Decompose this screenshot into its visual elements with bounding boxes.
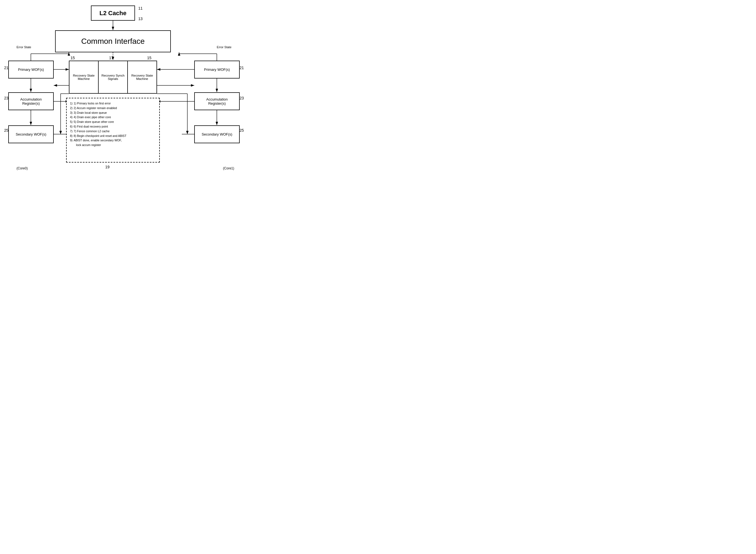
right-primary-wof-box: Primary WOF(s) <box>194 61 240 78</box>
label-25a: 25 <box>4 128 8 132</box>
common-interface-box: Common Interface <box>55 30 171 52</box>
recovery-synch-signals-label: Recovery Synch Signals <box>100 74 126 80</box>
recovery-synch-signals: Recovery Synch Signals <box>98 61 128 93</box>
left-error-state-label: Error State <box>16 46 31 49</box>
label-17: 17 <box>109 56 113 60</box>
notes-item-1: 1)1) Primary locks on first error <box>70 101 156 106</box>
notes-item-8: 8)8) Begin checkpoint unit reset and ABI… <box>70 133 156 138</box>
recovery-state-machine-left-label: Recovery State Machine <box>70 74 97 80</box>
notes-item-4: 4)4) Drain exec pipe other core <box>70 115 156 120</box>
right-accum-label: AccumulationRegister(s) <box>206 97 227 106</box>
diagram: L2 Cache 11 13 Common Interface Primary … <box>0 0 248 182</box>
right-secondary-wof-label: Secondary WOF(s) <box>202 132 232 136</box>
core0-label: (Core0) <box>16 166 28 170</box>
right-accum-box: AccumulationRegister(s) <box>194 92 240 110</box>
left-primary-wof-box: Primary WOF(s) <box>8 61 54 78</box>
label-23b: 23 <box>239 96 244 100</box>
right-primary-wof-label: Primary WOF(s) <box>204 67 230 72</box>
notes-item-5: 5)5) Drain store queue other core <box>70 120 156 124</box>
label-23a: 23 <box>4 96 8 100</box>
left-secondary-wof-label: Secondary WOF(s) <box>16 132 46 136</box>
label-21a: 21 <box>4 66 8 70</box>
label-15a: 15 <box>70 56 75 60</box>
left-primary-wof-label: Primary WOF(s) <box>18 67 44 72</box>
recovery-state-machine-right-label: Recovery State Machine <box>129 74 155 80</box>
recovery-state-machine-right: Recovery State Machine <box>128 61 157 93</box>
notes-item-7: 7)7) Fence common L2 cache <box>70 129 156 133</box>
common-interface-label: Common Interface <box>81 37 145 46</box>
label-21b: 21 <box>239 66 244 70</box>
core1-label: (Core1) <box>223 166 234 170</box>
left-accum-box: AccumulationRegister(s) <box>8 92 54 110</box>
left-secondary-wof-box: Secondary WOF(s) <box>8 125 54 143</box>
notes-box: 1)1) Primary locks on first error 2)2) A… <box>66 98 160 163</box>
l2cache-box: L2 Cache <box>91 5 135 21</box>
label-15b: 15 <box>147 56 152 60</box>
notes-item-6: 6)6) First dual recovery point <box>70 124 156 129</box>
label-25b: 25 <box>239 128 244 132</box>
notes-item-3: 3)3) Drain local store queue <box>70 110 156 115</box>
left-accum-label: AccumulationRegister(s) <box>20 97 42 106</box>
label-13: 13 <box>138 16 143 21</box>
notes-item-9: 9)ABIST done, enable secondary WOF, lock… <box>70 138 156 147</box>
right-secondary-wof-box: Secondary WOF(s) <box>194 125 240 143</box>
notes-item-2: 2)2) Accum register remain enabled <box>70 106 156 110</box>
l2cache-label: L2 Cache <box>100 10 126 17</box>
label-11: 11 <box>138 6 143 10</box>
recovery-area: Recovery State Machine Recovery Synch Si… <box>69 61 157 94</box>
label-19: 19 <box>105 165 110 169</box>
recovery-state-machine-left: Recovery State Machine <box>69 61 98 93</box>
right-error-state-label: Error State <box>217 46 231 49</box>
